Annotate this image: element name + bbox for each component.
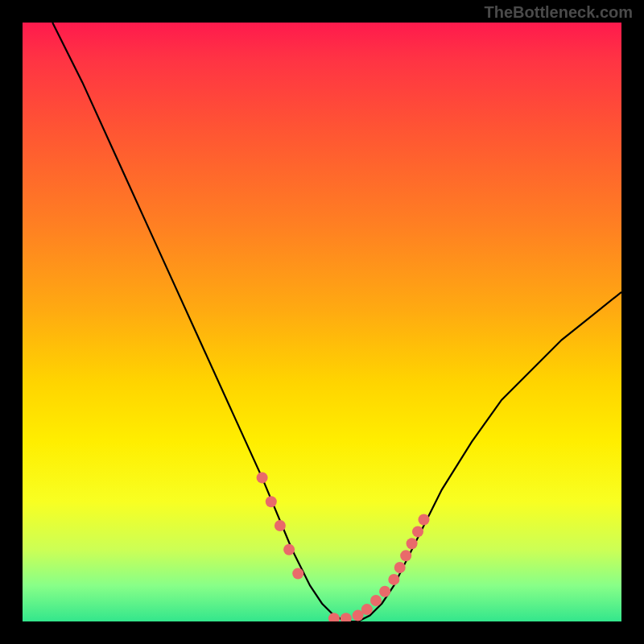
highlighted-dot — [400, 550, 411, 561]
highlighted-dots-group — [257, 472, 430, 621]
highlighted-dot — [275, 520, 286, 531]
highlighted-dot — [257, 472, 268, 483]
highlighted-dot — [370, 595, 382, 606]
highlighted-dot — [419, 514, 430, 526]
bottleneck-curve-path — [52, 23, 621, 621]
highlighted-dot — [292, 568, 303, 580]
highlighted-dot — [266, 496, 277, 507]
highlighted-dot — [328, 613, 340, 621]
highlighted-dot — [394, 562, 406, 573]
watermark-text: TheBottleneck.com — [485, 3, 633, 22]
highlighted-dot — [341, 613, 352, 621]
bottleneck-curve-svg — [23, 23, 621, 621]
highlighted-dot — [283, 544, 295, 555]
highlighted-dot — [412, 526, 423, 537]
highlighted-dot — [361, 604, 373, 615]
highlighted-dot — [379, 586, 390, 597]
highlighted-dot — [388, 574, 399, 585]
highlighted-dot — [407, 538, 418, 549]
plot-area — [23, 23, 621, 621]
